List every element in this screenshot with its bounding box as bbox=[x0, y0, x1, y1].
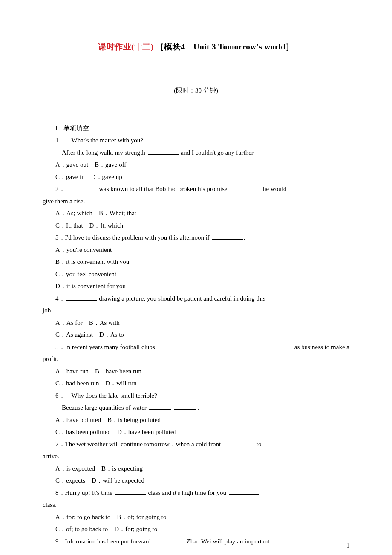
q4-line2: job. bbox=[43, 304, 349, 317]
q3-optC: C．you feel convenient bbox=[43, 268, 349, 280]
section-heading: Ⅰ．单项填空 bbox=[43, 122, 349, 135]
q1-optB: B．gave off bbox=[95, 161, 126, 168]
title-part-red: 课时作业(十二) bbox=[98, 42, 154, 51]
q4-optD: D．As to bbox=[99, 331, 124, 338]
q2-line2: give them a rise. bbox=[43, 195, 349, 208]
q2-options-row1: A．As; which B．What; that bbox=[43, 207, 349, 220]
q2-line1b: was known to all that Bob had broken his… bbox=[98, 185, 229, 192]
document-title: 课时作业(十二) ［模块4 Unit 3 Tomorrow's world］ bbox=[43, 39, 349, 55]
blank bbox=[148, 148, 179, 155]
q5-optA: A．have run bbox=[55, 368, 89, 375]
q2-optC: C．It; that bbox=[55, 222, 83, 229]
q1-options-row1: A．gave out B．gave off bbox=[43, 159, 349, 171]
q8-options-row2: C．of; to go back to D．for; going to bbox=[43, 523, 349, 535]
q8-line2: class. bbox=[43, 499, 349, 511]
q8-line1b: class and it's high time for you bbox=[147, 489, 228, 496]
top-rule bbox=[43, 26, 349, 26]
blank bbox=[149, 404, 171, 410]
q5-optD: D．will run bbox=[105, 380, 136, 387]
q7-line1a: 7．The wet weather will continue tomorrow… bbox=[55, 441, 222, 448]
q6-optA: A．have polluted bbox=[55, 416, 101, 423]
q6-line1: 6．—Why does the lake smell terrible? bbox=[43, 390, 349, 402]
q4-optB: B．As with bbox=[89, 319, 120, 326]
q3-line1: 3．I'd love to discuss the problem with y… bbox=[43, 231, 349, 244]
q5-options-row1: A．have run B．have been run bbox=[43, 365, 349, 378]
q3-line1b: . bbox=[244, 234, 245, 241]
q7-optA: A．is expected bbox=[55, 465, 95, 472]
blank bbox=[230, 185, 260, 191]
q7-line1b: to bbox=[255, 441, 261, 448]
blank bbox=[153, 537, 184, 543]
q4-line1: 4． drawing a picture, you should be pati… bbox=[43, 292, 349, 305]
q7-line2: arrive. bbox=[43, 450, 349, 462]
q3-line1a: 3．I'd love to discuss the problem with y… bbox=[55, 234, 211, 241]
q4-options-row1: A．As for B．As with bbox=[43, 317, 349, 329]
blank bbox=[66, 294, 97, 301]
q1-line1: 1．—What's the matter with you? bbox=[43, 134, 349, 147]
q5-line1a: 5．In recent years many football clubs bbox=[55, 344, 156, 350]
q1-line2: —After the long walk, my strength and I … bbox=[43, 147, 349, 159]
q5-line1b: as business to make a bbox=[282, 341, 349, 353]
title-part-black: ［模块4 Unit 3 Tomorrow's world］ bbox=[156, 42, 294, 51]
q8-optB: B．of; for going to bbox=[117, 514, 166, 520]
q4-optA: A．As for bbox=[55, 319, 83, 326]
q7-line1: 7．The wet weather will continue tomorrow… bbox=[43, 438, 349, 451]
q3-optB: B．it is convenient with you bbox=[43, 256, 349, 268]
q1-line2b: and I couldn't go any further. bbox=[179, 149, 255, 156]
q8-line1a: 8．Hurry up! It's time bbox=[55, 489, 114, 496]
q6-options-row1: A．have polluted B．is being polluted bbox=[43, 414, 349, 426]
q3-optA: A．you're convenient bbox=[43, 244, 349, 256]
q2-optA: A．As; which bbox=[55, 210, 92, 217]
q7-options-row1: A．is expected B．is expecting bbox=[43, 462, 349, 475]
q6-line2: —Because large quantities of water . bbox=[43, 402, 349, 414]
blank bbox=[174, 404, 196, 410]
q7-optD: D．will be expected bbox=[92, 477, 144, 484]
q3-optD: D．it is convenient for you bbox=[43, 280, 349, 292]
q4-options-row2: C．As against D．As to bbox=[43, 329, 349, 341]
q2-line1a: 2． bbox=[55, 185, 65, 192]
q1-optD: D．gave up bbox=[91, 173, 122, 180]
q2-optD: D．It; which bbox=[89, 222, 124, 229]
marker-dot bbox=[172, 404, 174, 411]
q9-line1a: 9．Information has been put forward bbox=[55, 538, 153, 545]
q6-optC: C．has been polluted bbox=[55, 428, 111, 435]
q4-line1b: drawing a picture, you should be patient… bbox=[98, 295, 265, 302]
page-container: 课时作业(十二) ［模块4 Unit 3 Tomorrow's world］ (… bbox=[0, 0, 392, 555]
blank bbox=[223, 440, 254, 446]
q6-optB: B．is being polluted bbox=[107, 416, 161, 423]
time-limit: (限时：30 分钟) bbox=[43, 84, 349, 97]
page-number: 1 bbox=[346, 541, 349, 552]
q9-line1b: Zhao Wei will play an important bbox=[185, 538, 269, 545]
q1-optC: C．gave in bbox=[55, 173, 85, 180]
q5-line1: 5．In recent years many football clubs as… bbox=[43, 341, 349, 353]
q5-optC: C．had been run bbox=[55, 380, 99, 387]
blank bbox=[212, 234, 243, 240]
q1-line2a: —After the long walk, my strength bbox=[55, 149, 147, 156]
q6-options-row2: C．has been polluted D．have been polluted bbox=[43, 426, 349, 438]
q8-options-row1: A．for; to go back to B．of; for going to bbox=[43, 511, 349, 523]
q1-optA: A．gave out bbox=[55, 161, 88, 168]
q8-optA: A．for; to go back to bbox=[55, 514, 110, 520]
q6-optD: D．have been polluted bbox=[117, 428, 176, 435]
q2-line1c: he would bbox=[261, 185, 286, 192]
q5-options-row2: C．had been run D．will run bbox=[43, 377, 349, 390]
q6-line2a: —Because large quantities of water bbox=[55, 404, 148, 411]
blank bbox=[157, 343, 188, 349]
q2-options-row2: C．It; that D．It; which bbox=[43, 220, 349, 232]
q5-line2: profit. bbox=[43, 353, 349, 365]
blank bbox=[115, 489, 146, 495]
q8-optD: D．for; going to bbox=[114, 526, 157, 532]
q9-line1: 9．Information has been put forward Zhao … bbox=[43, 535, 349, 548]
q8-optC: C．of; to go back to bbox=[55, 526, 108, 532]
blank bbox=[66, 185, 97, 191]
q7-optB: B．is expecting bbox=[101, 465, 143, 472]
q2-line1: 2． was known to all that Bob had broken … bbox=[43, 183, 349, 195]
q7-options-row2: C．expects D．will be expected bbox=[43, 474, 349, 487]
q5-optB: B．have been run bbox=[95, 368, 141, 375]
q6-line2b: . bbox=[197, 404, 199, 411]
q7-optC: C．expects bbox=[55, 477, 85, 484]
blank bbox=[229, 489, 259, 495]
q1-options-row2: C．gave in D．gave up bbox=[43, 171, 349, 183]
question-block: Ⅰ．单项填空 1．—What's the matter with you? —A… bbox=[43, 122, 349, 548]
q2-optB: B．What; that bbox=[99, 210, 136, 217]
